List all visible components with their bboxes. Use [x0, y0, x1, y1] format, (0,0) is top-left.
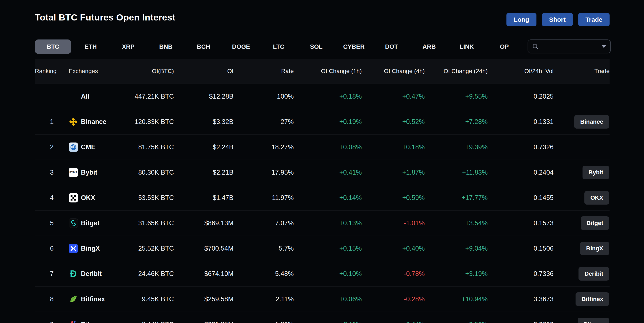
oi-24h-vol-cell: 0.2404: [488, 169, 554, 176]
oi-change-4h-cell: -0.78%: [362, 270, 425, 278]
trade-exchange-button[interactable]: Deribit: [578, 267, 609, 281]
symbol-search-box[interactable]: [528, 39, 611, 53]
trade-cell: OKX: [554, 191, 610, 205]
table-row[interactable]: All 447.21K BTC $12.28B 100% +0.18% +0.4…: [35, 84, 610, 109]
symbol-tab-list: BTCETHXRPBNBBCHDOGELTCSOLCYBERDOTARBLINK…: [35, 39, 611, 54]
tab-bch[interactable]: BCH: [185, 39, 222, 54]
trade-button[interactable]: Trade: [578, 13, 610, 26]
exchange-cell: CME: [69, 142, 126, 152]
oi-24h-vol-cell: 0.1331: [488, 118, 554, 126]
oi-usd-cell: $259.58M: [174, 295, 234, 303]
rank-cell: 2: [35, 143, 69, 151]
table-row[interactable]: 2 CME 81.75K BTC $2.24B 18.27% +0.08% +0…: [35, 134, 610, 160]
trade-cell: Bitget: [554, 216, 610, 230]
trade-cell: Bitmex: [554, 318, 610, 323]
rank-cell: 4: [35, 194, 69, 202]
oi-change-1h-cell: +0.13%: [294, 219, 362, 227]
oi-btc-cell: 24.46K BTC: [126, 270, 174, 278]
tab-eth[interactable]: ETH: [72, 39, 109, 54]
trade-exchange-button[interactable]: Bitmex: [578, 318, 609, 323]
rank-cell: 5: [35, 219, 69, 227]
exchange-cell: Bitmex: [69, 320, 126, 323]
long-button[interactable]: Long: [506, 13, 536, 26]
exchange-cell: BingX: [69, 244, 126, 253]
table-row[interactable]: 3 BYB!T Bybit 80.30K BTC $2.21B 17.95% +…: [35, 160, 610, 185]
oi-change-24h-cell: +3.54%: [425, 219, 488, 227]
table-row[interactable]: 1 Binance 120.83K BTC $3.32B 27% +0.19% …: [35, 109, 610, 134]
oi-change-4h-cell: +0.59%: [362, 194, 425, 202]
trade-exchange-button[interactable]: Binance: [574, 115, 609, 129]
rate-cell: 5.7%: [234, 245, 294, 252]
table-row[interactable]: 8 Bitfinex 9.45K BTC $259.58M 2.11% +0.0…: [35, 287, 610, 312]
trade-exchange-button[interactable]: Bitget: [580, 216, 609, 230]
column-header: OI Change (1h): [294, 68, 362, 74]
trade-exchange-button[interactable]: OKX: [584, 191, 609, 205]
rank-cell: 6: [35, 245, 69, 252]
oi-24h-vol-cell: 0.2025: [488, 93, 554, 100]
oi-change-4h-cell: +0.47%: [362, 93, 425, 100]
oi-24h-vol-cell: 0.1506: [488, 245, 554, 252]
search-input[interactable]: [538, 43, 602, 50]
oi-change-24h-cell: +3.19%: [425, 270, 488, 278]
symbol-tabs-row: BTCETHXRPBNBBCHDOGELTCSOLCYBERDOTARBLINK…: [35, 39, 611, 54]
oi-change-1h-cell: +0.06%: [294, 295, 362, 303]
table-row[interactable]: 9 Bitmex 8.44K BTC $231.85M 1.89% +0.11%…: [35, 312, 610, 323]
oi-btc-cell: 31.65K BTC: [126, 219, 174, 227]
tab-xrp[interactable]: XRP: [110, 39, 146, 54]
tab-arb[interactable]: ARB: [411, 39, 447, 54]
oi-change-24h-cell: +9.04%: [425, 245, 488, 252]
search-icon: [532, 43, 538, 50]
bitget-icon: [69, 219, 78, 228]
oi-change-4h-cell: +0.18%: [362, 143, 425, 151]
table-row[interactable]: 7 Ð Deribit 24.46K BTC $674.10M 5.48% +0…: [35, 261, 610, 287]
exchange-name: Bitfinex: [81, 295, 105, 303]
table-header-row: RankingExchangesOI(BTC)OIRateOI Change (…: [35, 59, 610, 84]
oi-24h-vol-cell: 3.3673: [488, 295, 554, 303]
oi-change-24h-cell: +9.39%: [425, 143, 488, 151]
column-header: OI: [174, 68, 234, 74]
tab-dot[interactable]: DOT: [373, 39, 410, 54]
tab-doge[interactable]: DOGE: [223, 39, 259, 54]
table-row[interactable]: 4 OKX 53.53K BTC $1.47B 11.97% +0.14% +0…: [35, 185, 610, 211]
tab-sol[interactable]: SOL: [298, 39, 334, 54]
tab-cyber[interactable]: CYBER: [336, 39, 372, 54]
oi-change-1h-cell: +0.41%: [294, 169, 362, 176]
oi-usd-cell: $12.28B: [174, 93, 234, 100]
oi-change-24h-cell: +10.94%: [425, 295, 488, 303]
bitmex-icon: [69, 320, 78, 323]
exchange-cell: Bitget: [69, 219, 126, 228]
chevron-down-icon[interactable]: [602, 45, 606, 48]
oi-change-1h-cell: +0.19%: [294, 118, 362, 126]
exchange-cell: BYB!T Bybit: [69, 168, 126, 177]
table-row[interactable]: 6 BingX 25.52K BTC $700.54M 5.7% +0.15% …: [35, 236, 610, 261]
rate-cell: 5.48%: [234, 270, 294, 278]
oi-change-24h-cell: +9.55%: [425, 93, 488, 100]
trade-exchange-button[interactable]: Bitfinex: [576, 292, 609, 306]
column-header: OI Change (24h): [425, 68, 488, 74]
oi-24h-vol-cell: 0.7326: [488, 143, 554, 151]
tab-link[interactable]: LINK: [448, 39, 485, 54]
oi-24h-vol-cell: 0.1573: [488, 219, 554, 227]
tab-op[interactable]: OP: [486, 39, 522, 54]
exchange-cell: OKX: [69, 193, 126, 202]
oi-usd-cell: $674.10M: [174, 270, 234, 278]
tab-ltc[interactable]: LTC: [260, 39, 297, 54]
tab-bnb[interactable]: BNB: [148, 39, 184, 54]
oi-btc-cell: 9.45K BTC: [126, 295, 174, 303]
tab-btc[interactable]: BTC: [35, 39, 71, 54]
trade-cell: Bitfinex: [554, 292, 610, 306]
oi-change-1h-cell: +0.15%: [294, 245, 362, 252]
rate-cell: 11.97%: [234, 194, 294, 202]
column-header: Ranking: [35, 68, 69, 74]
trade-exchange-button[interactable]: Bybit: [582, 166, 609, 179]
trade-cell: Binance: [554, 115, 610, 129]
oi-btc-cell: 81.75K BTC: [126, 143, 174, 151]
oi-btc-cell: 8.44K BTC: [126, 321, 174, 323]
table-row[interactable]: 5 Bitget 31.65K BTC $869.13M 7.07% +0.13…: [35, 211, 610, 236]
rate-cell: 27%: [234, 118, 294, 126]
oi-change-1h-cell: +0.18%: [294, 93, 362, 100]
trade-exchange-button[interactable]: BingX: [580, 242, 609, 255]
oi-usd-cell: $700.54M: [174, 245, 234, 252]
oi-change-24h-cell: +17.77%: [425, 194, 488, 202]
short-button[interactable]: Short: [542, 13, 573, 26]
